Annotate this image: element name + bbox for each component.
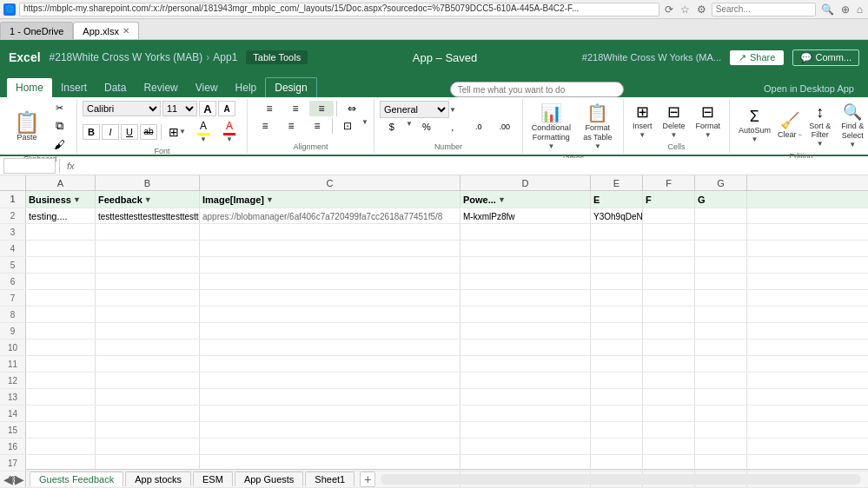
cell-b1[interactable]: Feedback ▼ bbox=[96, 191, 200, 208]
cell-a8[interactable] bbox=[26, 307, 96, 322]
cell-f3[interactable] bbox=[643, 224, 695, 240]
refresh-icon[interactable]: ⟳ bbox=[663, 3, 675, 16]
cell-c12[interactable] bbox=[200, 373, 461, 388]
cell-d11[interactable] bbox=[461, 356, 591, 372]
cell-b16[interactable] bbox=[96, 439, 200, 454]
tab-insert[interactable]: Insert bbox=[52, 78, 96, 97]
cell-d13[interactable] bbox=[461, 389, 591, 405]
cell-e13[interactable] bbox=[591, 389, 643, 405]
cell-c1[interactable]: Image[Image] ▼ bbox=[200, 191, 461, 208]
search-btn-icon[interactable]: 🔍 bbox=[819, 3, 836, 16]
cell-a1[interactable]: Business ▼ bbox=[26, 191, 96, 208]
font-size-select[interactable]: 11 bbox=[162, 101, 197, 116]
font-shrink-button[interactable]: A bbox=[218, 101, 235, 116]
add-sheet-button[interactable]: + bbox=[360, 472, 375, 487]
font-color-button[interactable]: A ▼ bbox=[217, 118, 242, 145]
cell-e2[interactable]: Y3Oh9qDeNvI bbox=[591, 208, 643, 224]
cell-c13[interactable] bbox=[200, 389, 461, 405]
cell-g3[interactable] bbox=[695, 224, 747, 240]
cell-g1[interactable]: G bbox=[695, 191, 747, 208]
cell-e7[interactable] bbox=[591, 290, 643, 306]
increase-decimal-button[interactable]: .0 bbox=[467, 120, 491, 134]
cell-a4[interactable] bbox=[26, 241, 96, 256]
tab-home[interactable]: Home bbox=[7, 78, 52, 97]
conditional-formatting-button[interactable]: 📊 ConditionalFormatting ▼ bbox=[528, 101, 574, 152]
col-header-b[interactable]: B bbox=[96, 175, 200, 191]
cell-e9[interactable] bbox=[591, 323, 643, 339]
cell-a16[interactable] bbox=[26, 439, 96, 454]
cell-e8[interactable] bbox=[591, 307, 643, 322]
tell-me-input[interactable] bbox=[450, 82, 624, 97]
cell-b10[interactable] bbox=[96, 340, 200, 355]
number-format-select[interactable]: General bbox=[380, 101, 449, 118]
cell-a13[interactable] bbox=[26, 389, 96, 405]
cell-f8[interactable] bbox=[643, 307, 695, 322]
cell-c11[interactable] bbox=[200, 356, 461, 372]
cell-g17[interactable] bbox=[695, 455, 747, 471]
cell-c2[interactable]: appres://blobmanager/6af406c7a720499fa7c… bbox=[200, 208, 461, 224]
scroll-tabs-right[interactable]: ▶ bbox=[15, 472, 24, 486]
browser-search-input[interactable] bbox=[712, 3, 816, 16]
col-a-filter-btn[interactable]: ▼ bbox=[73, 195, 81, 204]
paste-button[interactable]: 📋 Paste bbox=[9, 110, 45, 144]
cell-c9[interactable] bbox=[200, 323, 461, 339]
col-header-c[interactable]: C bbox=[200, 175, 461, 191]
cell-d1[interactable]: Powe... ▼ bbox=[461, 191, 591, 208]
cell-a5[interactable] bbox=[26, 257, 96, 273]
cell-g9[interactable] bbox=[695, 323, 747, 339]
cell-f14[interactable] bbox=[643, 406, 695, 421]
cell-a2[interactable]: testing.... bbox=[26, 208, 96, 224]
cell-e1[interactable]: E bbox=[591, 191, 643, 208]
name-box[interactable] bbox=[3, 158, 56, 174]
cell-f4[interactable] bbox=[643, 241, 695, 256]
cell-a9[interactable] bbox=[26, 323, 96, 339]
format-cells-button[interactable]: ⊟ Format ▼ bbox=[692, 101, 724, 141]
cell-b17[interactable] bbox=[96, 455, 200, 471]
bold-button[interactable]: B bbox=[83, 124, 100, 140]
cell-e10[interactable] bbox=[591, 340, 643, 355]
browser-url-bar[interactable]: https://mbplc-my.sharepoint.com/:x:/r/pe… bbox=[19, 3, 659, 16]
cell-e17[interactable] bbox=[591, 455, 643, 471]
percent-button[interactable]: % bbox=[414, 120, 439, 134]
cell-b14[interactable] bbox=[96, 406, 200, 421]
cell-c8[interactable] bbox=[200, 307, 461, 322]
sheet-tab-esm[interactable]: ESM bbox=[193, 472, 233, 486]
align-top-center-button[interactable]: ≡ bbox=[283, 101, 308, 116]
cell-d9[interactable] bbox=[461, 323, 591, 339]
cell-d14[interactable] bbox=[461, 406, 591, 421]
cell-a10[interactable] bbox=[26, 340, 96, 355]
cell-e3[interactable] bbox=[591, 224, 643, 240]
cell-b15[interactable] bbox=[96, 422, 200, 438]
borders-button[interactable]: ⊞ ▼ bbox=[165, 123, 189, 141]
cell-c17[interactable] bbox=[200, 455, 461, 471]
cell-e4[interactable] bbox=[591, 241, 643, 256]
autosum-button[interactable]: Σ AutoSum ▼ bbox=[735, 106, 774, 145]
cell-b12[interactable] bbox=[96, 373, 200, 388]
insert-cells-button[interactable]: ⊞ Insert ▼ bbox=[629, 101, 656, 141]
cell-e11[interactable] bbox=[591, 356, 643, 372]
cell-f15[interactable] bbox=[643, 422, 695, 438]
strikethrough-button[interactable]: ab bbox=[140, 124, 157, 140]
cell-f7[interactable] bbox=[643, 290, 695, 306]
open-desktop-link[interactable]: Open in Desktop App bbox=[757, 80, 861, 97]
cell-g6[interactable] bbox=[695, 274, 747, 289]
align-bottom-left-button[interactable]: ≡ bbox=[253, 118, 277, 134]
cell-f9[interactable] bbox=[643, 323, 695, 339]
cell-g15[interactable] bbox=[695, 422, 747, 438]
home-icon[interactable]: ⌂ bbox=[855, 3, 865, 16]
sheet-tab-sheet1[interactable]: Sheet1 bbox=[305, 472, 354, 486]
col-header-a[interactable]: A bbox=[26, 175, 96, 191]
col-b-filter-btn[interactable]: ▼ bbox=[144, 195, 152, 204]
cell-a17[interactable] bbox=[26, 455, 96, 471]
cell-f5[interactable] bbox=[643, 257, 695, 273]
cell-d5[interactable] bbox=[461, 257, 591, 273]
cell-e12[interactable] bbox=[591, 373, 643, 388]
cell-c3[interactable] bbox=[200, 224, 461, 240]
cell-b4[interactable] bbox=[96, 241, 200, 256]
cell-a7[interactable] bbox=[26, 290, 96, 306]
cell-f10[interactable] bbox=[643, 340, 695, 355]
col-c-filter-btn[interactable]: ▼ bbox=[266, 195, 274, 204]
cell-f1[interactable]: F bbox=[643, 191, 695, 208]
sheet-tab-guests-feedback[interactable]: Guests Feedback bbox=[30, 472, 123, 486]
copy-button[interactable]: ⧉ bbox=[47, 117, 71, 135]
